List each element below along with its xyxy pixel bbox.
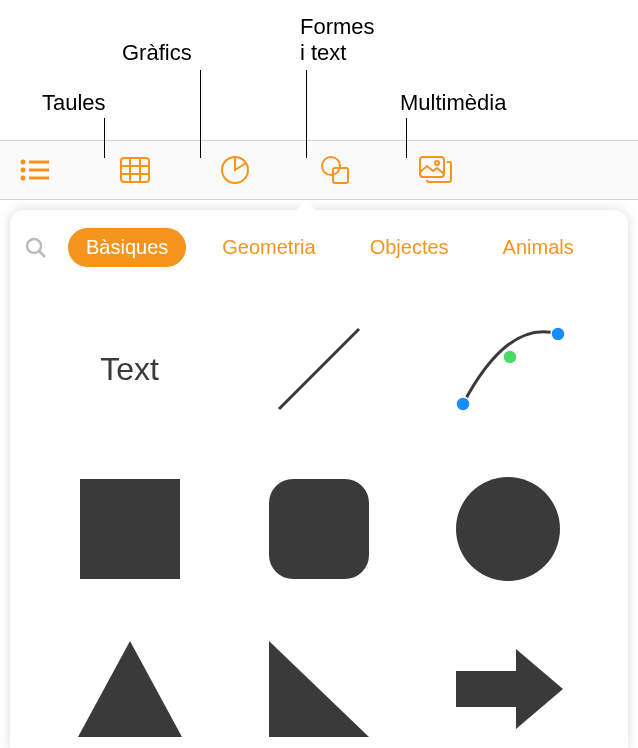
shape-triangle[interactable]	[40, 619, 219, 748]
rounded-square-icon	[259, 469, 379, 589]
callout-shapes-text-line2: i text	[300, 40, 346, 66]
shapes-grid: Text	[10, 279, 628, 748]
callout-labels-area: Formes i text Gràfics Taules Multimèdia	[0, 0, 638, 140]
media-icon	[417, 152, 453, 188]
svg-line-18	[279, 329, 359, 409]
svg-rect-14	[420, 157, 444, 177]
svg-point-21	[551, 327, 565, 341]
svg-point-24	[456, 477, 560, 581]
svg-rect-5	[29, 177, 49, 180]
popover-arrow	[296, 200, 316, 210]
shape-square[interactable]	[40, 459, 219, 599]
svg-point-20	[503, 350, 517, 364]
charts-button[interactable]	[215, 150, 255, 190]
line-icon	[259, 309, 379, 429]
category-row: Bàsiques Geometria Objectes Animals	[10, 210, 628, 279]
shape-arrow[interactable]	[419, 619, 598, 748]
circle-icon	[448, 469, 568, 589]
shape-circle[interactable]	[419, 459, 598, 599]
search-icon	[24, 236, 48, 260]
text-shape-label: Text	[100, 351, 159, 388]
callout-shapes-text-line1: Formes	[300, 14, 375, 40]
chart-icon	[217, 152, 253, 188]
media-button[interactable]	[415, 150, 455, 190]
callout-line	[104, 118, 105, 158]
callout-tables: Taules	[42, 90, 106, 116]
curve-icon	[448, 309, 568, 429]
callout-charts: Gràfics	[122, 40, 192, 66]
svg-point-12	[322, 157, 340, 175]
list-icon	[17, 152, 53, 188]
svg-point-0	[21, 160, 26, 165]
shape-text[interactable]: Text	[40, 299, 219, 439]
svg-point-2	[21, 168, 26, 173]
svg-marker-25	[78, 641, 182, 737]
svg-line-17	[39, 251, 45, 257]
shapes-popover: Bàsiques Geometria Objectes Animals Text	[10, 210, 628, 748]
shape-line[interactable]	[229, 299, 408, 439]
triangle-icon	[70, 629, 190, 748]
shape-right-triangle[interactable]	[229, 619, 408, 748]
svg-point-16	[27, 239, 41, 253]
svg-rect-3	[29, 169, 49, 172]
shape-curve[interactable]	[419, 299, 598, 439]
toolbar	[0, 140, 638, 200]
shape-rounded-square[interactable]	[229, 459, 408, 599]
callout-line	[406, 118, 407, 158]
arrow-icon	[448, 629, 568, 748]
svg-rect-23	[269, 479, 369, 579]
category-animals[interactable]: Animals	[485, 228, 592, 267]
shapes-popover-wrapper: Bàsiques Geometria Objectes Animals Text	[0, 210, 638, 748]
category-geometry[interactable]: Geometria	[204, 228, 333, 267]
shapes-button[interactable]	[315, 150, 355, 190]
svg-rect-1	[29, 161, 49, 164]
category-objects[interactable]: Objectes	[352, 228, 467, 267]
callout-media: Multimèdia	[400, 90, 506, 116]
svg-rect-13	[333, 168, 348, 183]
svg-point-15	[435, 161, 439, 165]
shapes-icon	[317, 152, 353, 188]
svg-point-19	[456, 397, 470, 411]
search-button[interactable]	[22, 234, 50, 262]
square-icon	[70, 469, 190, 589]
svg-point-4	[21, 176, 26, 181]
svg-marker-27	[456, 649, 563, 729]
callout-line	[306, 70, 307, 158]
callout-line	[200, 70, 201, 158]
table-icon	[117, 152, 153, 188]
category-basic[interactable]: Bàsiques	[68, 228, 186, 267]
tables-button[interactable]	[115, 150, 155, 190]
svg-rect-6	[121, 158, 149, 182]
svg-marker-26	[269, 641, 369, 737]
right-triangle-icon	[259, 629, 379, 748]
list-button[interactable]	[15, 150, 55, 190]
svg-rect-22	[80, 479, 180, 579]
